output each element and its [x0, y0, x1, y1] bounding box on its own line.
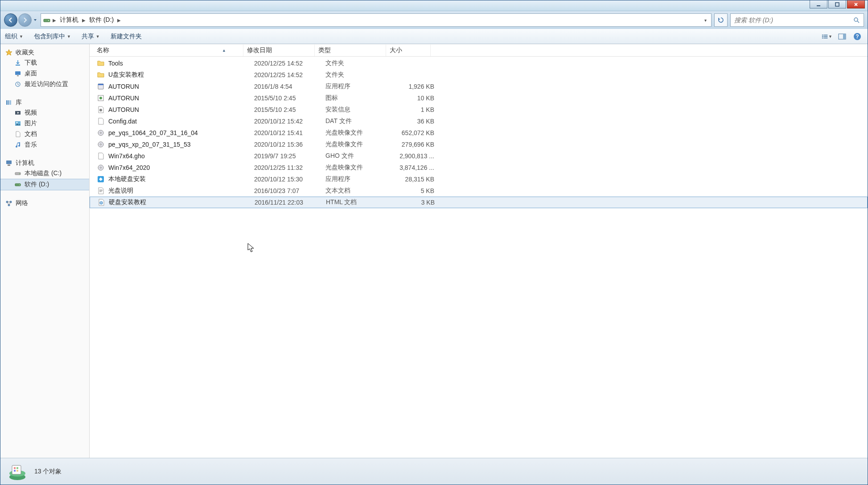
sidebar-item-music[interactable]: 音乐 [0, 140, 89, 150]
svg-point-44 [100, 167, 102, 169]
file-type: 应用程序 [322, 174, 393, 184]
status-text: 13 个对象 [34, 468, 62, 476]
col-header-date[interactable]: 修改日期 [243, 45, 315, 56]
close-button[interactable] [847, 0, 865, 8]
sidebar-label: 最近访问的位置 [25, 80, 68, 88]
svg-rect-7 [822, 36, 823, 37]
svg-rect-9 [822, 38, 823, 39]
file-row[interactable]: pe_yqs_xp_20_07_31_15_532020/10/12 15:36… [90, 139, 868, 150]
file-row[interactable]: Win7x64.gho2019/9/7 19:25GHO 文件2,900,813… [90, 150, 868, 162]
file-date: 2020/12/25 14:52 [251, 70, 322, 79]
nav-pane[interactable]: 收藏夹 下载 桌面 最近访问的位置 库 [0, 44, 90, 458]
file-type: 图标 [322, 93, 393, 103]
file-size: 652,072 KB [393, 128, 438, 137]
sidebar-item-drive-d[interactable]: 软件 (D:) [0, 179, 89, 190]
sidebar-head-network[interactable]: 网络 [0, 198, 89, 208]
file-row[interactable]: 硬盘安装教程2016/11/21 22:03HTML 文档3 KB [90, 197, 868, 208]
file-name: U盘安装教程 [108, 71, 144, 79]
status-drive-icon [7, 461, 28, 482]
nav-history-dropdown[interactable] [33, 16, 38, 25]
svg-point-42 [100, 144, 102, 145]
view-menu[interactable]: ▼ [821, 31, 833, 42]
file-icon [97, 129, 105, 137]
file-type: 安装信息 [322, 105, 393, 115]
file-date: 2020/10/12 15:30 [251, 175, 322, 184]
help-button[interactable]: ? [852, 31, 863, 42]
sidebar-item-downloads[interactable]: 下载 [0, 58, 89, 68]
col-header-name[interactable]: 名称 ▲ [90, 45, 243, 56]
file-row[interactable]: Config.dat2020/10/12 15:42DAT 文件36 KB [90, 115, 868, 127]
minimize-button[interactable] [810, 0, 827, 8]
maximize-button[interactable] [828, 0, 846, 8]
svg-rect-1 [835, 3, 839, 6]
new-folder-button[interactable]: 新建文件夹 [111, 33, 142, 41]
sidebar-item-pictures[interactable]: 图片 [0, 118, 89, 129]
file-row[interactable]: AUTORUN2016/1/8 4:54应用程序1,926 KB [90, 81, 868, 92]
svg-rect-35 [98, 84, 103, 85]
file-type: 文件夹 [322, 58, 393, 68]
sidebar-head-libraries[interactable]: 库 [0, 98, 89, 107]
file-size: 279,696 KB [393, 140, 438, 149]
file-icon [97, 164, 105, 172]
file-date: 2016/1/8 4:54 [251, 82, 322, 91]
sidebar-label: 本地磁盘 (C:) [25, 169, 62, 177]
sidebar-head-computer[interactable]: 计算机 [0, 158, 89, 168]
col-header-size[interactable]: 大小 [386, 45, 431, 56]
svg-rect-20 [8, 100, 9, 105]
sidebar-item-recent[interactable]: 最近访问的位置 [0, 79, 89, 90]
include-in-library-menu[interactable]: 包含到库中▼ [34, 33, 71, 41]
file-row[interactable]: 光盘说明2016/10/23 7:07文本文档5 KB [90, 185, 868, 197]
library-icon [5, 99, 13, 107]
preview-pane-button[interactable] [836, 31, 848, 42]
svg-rect-30 [19, 185, 20, 185]
svg-rect-52 [14, 470, 16, 472]
file-size: 1,926 KB [393, 82, 438, 91]
breadcrumb-computer[interactable]: 计算机 [58, 15, 80, 25]
star-icon [5, 49, 13, 57]
sidebar-label: 图片 [25, 119, 37, 127]
sidebar-head-favorites[interactable]: 收藏夹 [0, 48, 89, 58]
search-input[interactable] [734, 16, 853, 24]
download-icon [14, 59, 22, 67]
svg-point-37 [99, 97, 102, 99]
back-button[interactable] [4, 13, 17, 27]
file-row[interactable]: U盘安装教程2020/12/25 14:52文件夹 [90, 69, 868, 81]
svg-rect-28 [19, 173, 20, 174]
address-bar[interactable]: ▶ 计算机 ▶ 软件 (D:) ▶ ▾ [41, 13, 712, 27]
file-date: 2016/10/23 7:07 [251, 186, 322, 195]
file-row[interactable]: 本地硬盘安装2020/10/12 15:30应用程序28,315 KB [90, 173, 868, 185]
document-icon [14, 130, 22, 138]
share-menu[interactable]: 共享▼ [82, 33, 100, 41]
file-row[interactable]: AUTORUN2015/5/10 2:45安装信息1 KB [90, 104, 868, 115]
file-list[interactable]: Tools2020/12/25 14:52文件夹U盘安装教程2020/12/25… [90, 57, 868, 458]
file-row[interactable]: Win7x64_20202020/12/25 11:32光盘映像文件3,874,… [90, 162, 868, 173]
svg-rect-12 [843, 34, 846, 39]
file-row[interactable]: Tools2020/12/25 14:52文件夹 [90, 58, 868, 69]
sidebar-label: 网络 [16, 199, 28, 207]
refresh-button[interactable] [714, 13, 728, 27]
sidebar-libraries: 库 视频 图片 文档 音乐 [0, 98, 89, 150]
col-header-type[interactable]: 类型 [315, 45, 386, 56]
address-dropdown[interactable]: ▾ [701, 18, 709, 23]
sidebar-item-drive-c[interactable]: 本地磁盘 (C:) [0, 168, 89, 179]
file-row[interactable]: AUTORUN2015/5/10 2:45图标10 KB [90, 92, 868, 104]
file-icon [97, 71, 105, 79]
picture-icon [14, 119, 22, 127]
organize-menu[interactable]: 组织▼ [5, 33, 23, 41]
svg-text:?: ? [856, 33, 859, 40]
file-name: Win7x64.gho [108, 152, 145, 160]
computer-icon [5, 159, 13, 167]
search-icon [853, 16, 860, 24]
toolbar-label: 包含到库中 [34, 33, 65, 41]
forward-button[interactable] [18, 13, 32, 27]
sidebar-item-videos[interactable]: 视频 [0, 107, 89, 118]
breadcrumb-sep: ▶ [117, 18, 121, 23]
breadcrumb-drive[interactable]: 软件 (D:) [87, 15, 115, 25]
sidebar-label: 视频 [25, 109, 37, 117]
sidebar-item-desktop[interactable]: 桌面 [0, 68, 89, 79]
sidebar-network: 网络 [0, 198, 89, 208]
file-type: 光盘映像文件 [322, 128, 393, 138]
search-box[interactable] [730, 13, 864, 27]
file-row[interactable]: pe_yqs_1064_20_07_31_16_042020/10/12 15:… [90, 127, 868, 139]
sidebar-item-documents[interactable]: 文档 [0, 129, 89, 140]
